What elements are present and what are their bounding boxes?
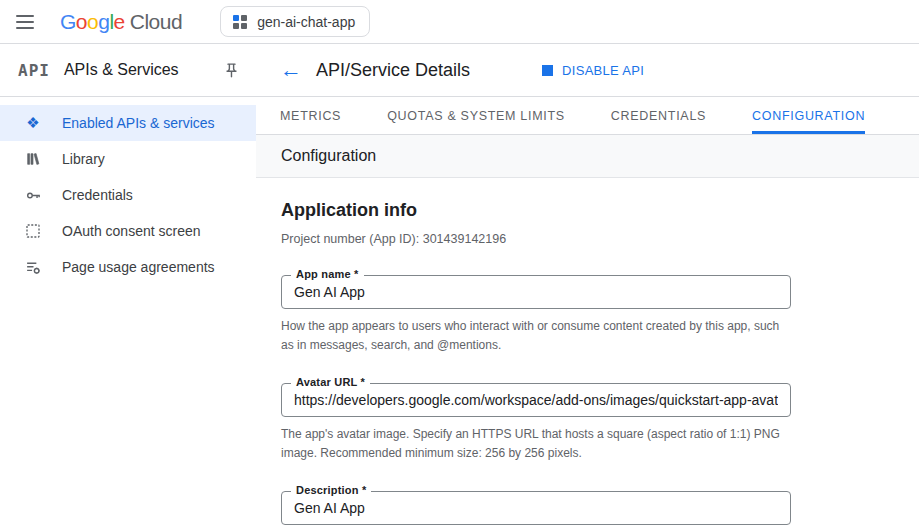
description-field: Description * (281, 491, 791, 525)
sidebar-item-label: OAuth consent screen (62, 223, 201, 239)
back-arrow-icon[interactable]: ← (280, 59, 304, 81)
avatar-url-field: Avatar URL * (281, 383, 791, 417)
google-cloud-logo: Google Cloud (60, 10, 182, 34)
avatar-url-input[interactable] (294, 392, 778, 408)
tab-credentials[interactable]: CREDENTIALS (611, 97, 706, 134)
section-subheader: Configuration (256, 135, 919, 178)
tab-bar: METRICS QUOTAS & SYSTEM LIMITS CREDENTIA… (256, 97, 919, 135)
sidebar-header: API APIs & Services (0, 44, 256, 97)
page-header: ← API/Service Details DISABLE API (256, 44, 919, 97)
oauth-consent-icon (24, 222, 42, 240)
page-usage-icon (24, 258, 42, 276)
project-selector-icon (233, 15, 247, 29)
sidebar-item-library[interactable]: Library (0, 141, 256, 177)
logo-letter: e (114, 10, 125, 34)
disable-api-button[interactable]: DISABLE API (534, 57, 652, 84)
description-input[interactable] (294, 500, 778, 516)
application-info-heading: Application info (281, 200, 894, 221)
sidebar-item-label: Page usage agreements (62, 259, 215, 275)
logo-letter: o (76, 10, 87, 34)
project-selector[interactable]: gen-ai-chat-app (220, 6, 370, 37)
sidebar-item-page-usage[interactable]: Page usage agreements (0, 249, 256, 285)
logo-letter: G (60, 10, 76, 34)
page-title: API/Service Details (316, 60, 470, 81)
sidebar-item-label: Library (62, 151, 105, 167)
logo-cloud-text: Cloud (130, 10, 182, 34)
tab-quotas[interactable]: QUOTAS & SYSTEM LIMITS (387, 97, 565, 134)
sidebar-item-label: Credentials (62, 187, 133, 203)
project-selector-label: gen-ai-chat-app (257, 14, 355, 30)
app-name-input[interactable] (294, 284, 778, 300)
sidebar-title: APIs & Services (64, 61, 179, 79)
stop-square-icon (542, 65, 553, 76)
sidebar-nav: ❖ Enabled APIs & services Library Creden… (0, 97, 256, 285)
avatar-url-label: Avatar URL * (291, 376, 370, 388)
app-name-label: App name * (291, 268, 364, 280)
library-icon (24, 150, 42, 168)
project-number-text: Project number (App ID): 301439142196 (281, 232, 894, 246)
menu-icon[interactable] (16, 10, 40, 34)
configuration-content: Application info Project number (App ID)… (256, 178, 919, 531)
sidebar: API APIs & Services ❖ Enabled APIs & ser… (0, 44, 256, 531)
app-name-helper-text: How the app appears to users who interac… (281, 317, 793, 354)
tab-metrics[interactable]: METRICS (280, 97, 341, 134)
api-brand-logo: API (18, 61, 50, 80)
section-title: Configuration (281, 147, 376, 165)
app-name-field: App name * (281, 275, 791, 309)
logo-letter: g (98, 10, 109, 34)
pin-icon[interactable] (223, 62, 240, 79)
key-icon (24, 186, 42, 204)
sidebar-item-label: Enabled APIs & services (62, 115, 215, 131)
disable-api-label: DISABLE API (562, 63, 644, 78)
tab-configuration[interactable]: CONFIGURATION (752, 97, 865, 134)
description-label: Description * (291, 484, 371, 496)
enabled-apis-icon: ❖ (24, 114, 42, 132)
main-area: ← API/Service Details DISABLE API METRIC… (256, 44, 919, 531)
top-bar: Google Cloud gen-ai-chat-app (0, 0, 919, 44)
sidebar-item-oauth-consent[interactable]: OAuth consent screen (0, 213, 256, 249)
logo-letter: o (87, 10, 98, 34)
avatar-url-helper-text: The app's avatar image. Specify an HTTPS… (281, 425, 793, 462)
sidebar-item-credentials[interactable]: Credentials (0, 177, 256, 213)
app-shell: API APIs & Services ❖ Enabled APIs & ser… (0, 44, 919, 531)
sidebar-item-enabled-apis[interactable]: ❖ Enabled APIs & services (0, 105, 256, 141)
